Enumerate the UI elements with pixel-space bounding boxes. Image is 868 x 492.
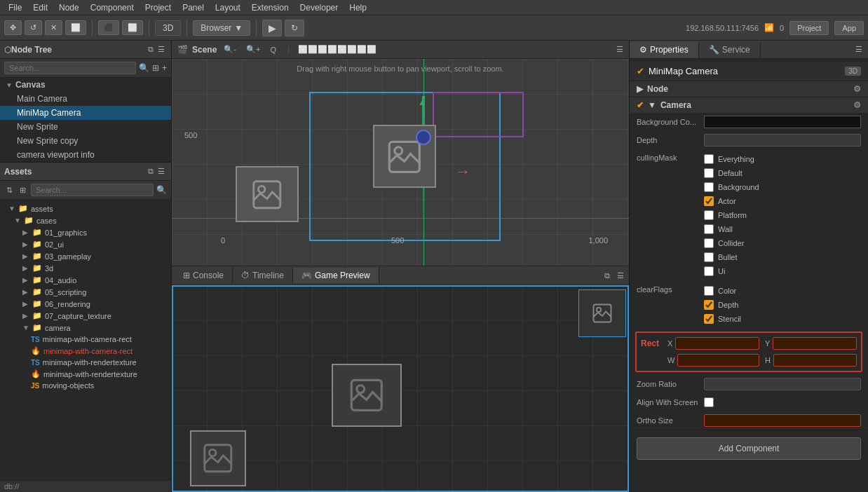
camera-section-header[interactable]: ✔ ▼ Camera ⚙ [630, 97, 868, 113]
asset-item-assets[interactable]: ▼ 📁 assets [0, 203, 171, 214]
toolbar-3d-btn[interactable]: 3D [155, 20, 181, 36]
asset-item-01-graphics[interactable]: ▶ 📁 01_graphics [0, 226, 171, 238]
assets-sort-btn[interactable]: ⇅ [4, 186, 15, 195]
01-graphics-label: 01_graphics [45, 228, 87, 237]
menu-help[interactable]: Help [344, 1, 372, 14]
props-menu-btn[interactable]: ☰ [850, 45, 868, 54]
filter-icon[interactable]: ⊞ [152, 63, 159, 73]
clear-color-check[interactable] [704, 286, 714, 296]
zoom-ratio-input[interactable]: 1 [704, 378, 861, 390]
asset-item-rendertex-ts[interactable]: TS minimap-with-rendertexture [0, 357, 171, 368]
tree-item-minimap-camera[interactable]: MiniMap Camera [0, 106, 171, 120]
menu-component[interactable]: Component [85, 1, 140, 14]
toolbar-play-btn[interactable]: ▶ [262, 20, 282, 36]
menu-file[interactable]: File [3, 1, 27, 14]
rect-w-input[interactable]: 0.2 [677, 354, 759, 367]
ortho-size-input[interactable]: 320 [704, 414, 861, 427]
node-tree-copy-btn[interactable]: ⧉ [146, 45, 156, 54]
asset-item-02-ui[interactable]: ▶ 📁 02_ui [0, 238, 171, 250]
toolbar-rect-btn[interactable]: ⬜ [65, 20, 86, 35]
asset-item-minimap-ts[interactable]: TS minimap-with-camera-rect [0, 334, 171, 345]
tree-item-new-sprite-copy[interactable]: New Sprite copy [0, 134, 171, 148]
tab-service[interactable]: 🔧 Service [699, 42, 761, 57]
asset-item-03-gameplay[interactable]: ▶ 📁 03_gameplay [0, 250, 171, 262]
align-screen-check[interactable] [704, 397, 714, 407]
zoom-in-btn[interactable]: 🔍+ [243, 45, 263, 54]
search-icon[interactable]: 🔍 [139, 63, 149, 73]
tab-maximize-btn[interactable]: ⧉ [602, 271, 612, 280]
culling-default-check[interactable] [704, 168, 714, 178]
culling-collider-check[interactable] [704, 238, 714, 248]
asset-item-rendertex-scene[interactable]: 🔥 minimap-with-rendertexture [0, 368, 171, 380]
sprite-center[interactable] [373, 125, 436, 188]
tab-timeline[interactable]: ⏱ Timeline [233, 268, 293, 283]
sprite-left[interactable] [236, 166, 299, 222]
toolbar-rotate-btn[interactable]: ↺ [25, 20, 42, 35]
rect-x-input[interactable]: 0.8 [675, 337, 759, 350]
menu-layout[interactable]: Layout [210, 1, 246, 14]
toolbar-close-btn[interactable]: ✕ [45, 20, 62, 35]
clear-stencil-check[interactable] [704, 314, 714, 324]
asset-item-04-audio[interactable]: ▶ 📁 04_audio [0, 274, 171, 286]
menu-developer[interactable]: Developer [294, 1, 344, 14]
asset-item-07-capture[interactable]: ▶ 📁 07_capture_texture [0, 310, 171, 322]
toolbar-add-btn[interactable]: ✥ [4, 20, 22, 35]
zoom-fit-btn[interactable]: Q [267, 46, 279, 54]
rect-y-input[interactable]: 0.8 [773, 337, 857, 350]
culling-wall-check[interactable] [704, 224, 714, 234]
menu-panel[interactable]: Panel [177, 1, 210, 14]
culling-ui-check[interactable] [704, 266, 714, 276]
tree-item-camera-info[interactable]: camera viewport info [0, 148, 171, 162]
culling-platform-check[interactable] [704, 210, 714, 220]
assets-search-input[interactable] [31, 184, 154, 196]
project-btn[interactable]: Project [789, 21, 829, 35]
assets-search-icon[interactable]: 🔍 [156, 185, 167, 195]
tab-menu-btn[interactable]: ☰ [615, 271, 626, 280]
tree-item-canvas[interactable]: ▼ Canvas [0, 78, 171, 92]
culling-actor: Actor [704, 194, 861, 208]
add-component-button[interactable]: Add Component [637, 437, 861, 460]
menu-node[interactable]: Node [53, 1, 85, 14]
node-gear-icon[interactable]: ⚙ [853, 84, 861, 94]
rect-h-input[interactable]: 0.2 [773, 354, 857, 367]
culling-everything-check[interactable] [704, 154, 714, 164]
depth-input[interactable]: 0 [704, 134, 861, 146]
tab-game-preview[interactable]: 🎮 Game Preview [293, 268, 379, 283]
asset-item-3d[interactable]: ▶ 📁 3d [0, 262, 171, 274]
culling-bullet-check[interactable] [704, 252, 714, 262]
tab-properties[interactable]: ⚙ Properties [630, 42, 699, 57]
node-tree-search-input[interactable] [4, 62, 136, 74]
node-section-header[interactable]: ▶ Node ⚙ [630, 81, 868, 97]
scene-viewport[interactable]: Drag with right mouse button to pan view… [172, 59, 629, 266]
node-tree-menu-btn[interactable]: ☰ [156, 45, 167, 54]
toolbar-move-btn[interactable]: ⬛ [98, 20, 119, 35]
menu-extension[interactable]: Extension [246, 1, 294, 14]
scene-menu-btn[interactable]: ☰ [616, 45, 623, 54]
tab-console[interactable]: ⊞ Console [175, 268, 233, 283]
toolbar-select-btn[interactable]: ⬜ [122, 20, 143, 35]
asset-item-06-rendering[interactable]: ▶ 📁 06_rendering [0, 298, 171, 310]
bg-color-input[interactable] [704, 116, 861, 128]
culling-actor-check[interactable] [704, 196, 714, 206]
asset-item-minimap-scene[interactable]: 🔥 minimap-with-camera-rect [0, 345, 171, 357]
zoom-out-btn[interactable]: 🔍- [221, 45, 239, 54]
assets-menu-btn[interactable]: ☰ [156, 167, 167, 176]
camera-gear-icon[interactable]: ⚙ [853, 100, 861, 110]
asset-item-moving-objects[interactable]: JS moving-objects [0, 380, 171, 391]
menu-project[interactable]: Project [140, 1, 177, 14]
clear-depth-check[interactable] [704, 300, 714, 310]
menu-edit[interactable]: Edit [27, 1, 53, 14]
asset-item-camera[interactable]: ▼ 📁 camera [0, 322, 171, 334]
tree-item-new-sprite[interactable]: New Sprite [0, 120, 171, 134]
culling-background-check[interactable] [704, 182, 714, 192]
assets-copy-btn[interactable]: ⧉ [146, 167, 156, 176]
toolbar-refresh-btn[interactable]: ↻ [285, 20, 304, 36]
asset-item-05-scripting[interactable]: ▶ 📁 05_scripting [0, 286, 171, 298]
asset-item-cases[interactable]: ▼ 📁 cases [0, 214, 171, 226]
add-node-icon[interactable]: + [162, 63, 167, 73]
tree-item-main-camera[interactable]: Main Camera [0, 92, 171, 106]
app-btn[interactable]: App [834, 21, 864, 35]
04-audio-toggle: ▶ [22, 276, 29, 284]
toolbar-browser-btn[interactable]: Browser ▼ [193, 20, 250, 36]
assets-filter-btn[interactable]: ⊞ [18, 186, 28, 195]
